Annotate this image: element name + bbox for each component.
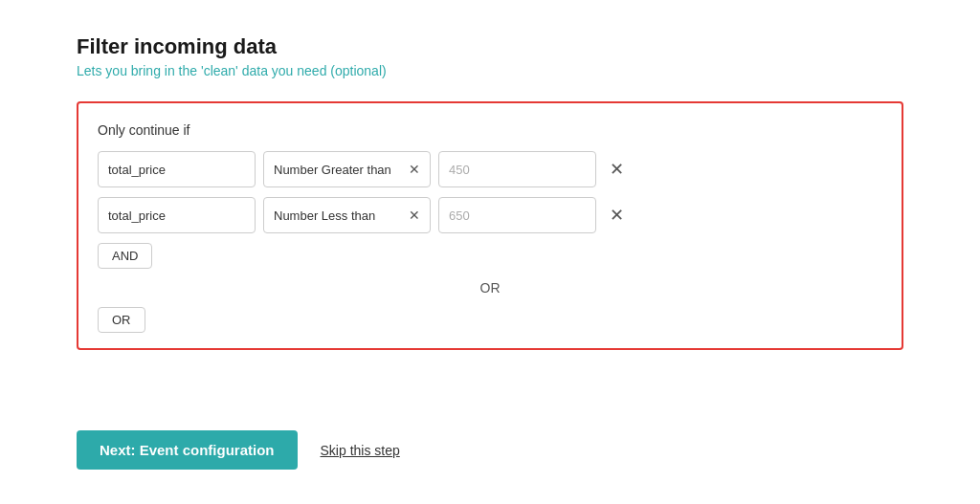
- condition-select-2-text: Number Less than: [274, 208, 405, 223]
- and-button[interactable]: AND: [98, 243, 152, 269]
- filter-row-2: Number Less than ✕ ✕: [98, 197, 882, 233]
- filter-box: Only continue if Number Greater than ✕ ✕…: [77, 101, 903, 350]
- skip-button[interactable]: Skip this step: [321, 443, 400, 458]
- or-separator: OR: [98, 280, 882, 296]
- condition-select-1[interactable]: Number Greater than ✕: [263, 151, 431, 187]
- condition-clear-1-icon[interactable]: ✕: [409, 162, 420, 177]
- filter-box-label: Only continue if: [98, 122, 882, 138]
- condition-select-1-text: Number Greater than: [274, 163, 405, 177]
- page-subtitle: Lets you bring in the 'clean' data you n…: [77, 63, 903, 78]
- next-button[interactable]: Next: Event configuration: [77, 430, 298, 470]
- footer-row: Next: Event configuration Skip this step: [77, 423, 903, 470]
- filter-row-1: Number Greater than ✕ ✕: [98, 151, 882, 187]
- field-input-1[interactable]: [98, 151, 256, 187]
- condition-select-2[interactable]: Number Less than ✕: [263, 197, 431, 233]
- value-input-1[interactable]: [438, 151, 596, 187]
- condition-clear-2-icon[interactable]: ✕: [409, 208, 420, 223]
- value-input-2[interactable]: [438, 197, 596, 233]
- remove-row-2-button[interactable]: ✕: [604, 205, 630, 226]
- or-btn-row: OR: [98, 307, 882, 333]
- and-row: AND: [98, 243, 882, 269]
- page-container: Filter incoming data Lets you bring in t…: [0, 0, 980, 504]
- or-button[interactable]: OR: [98, 307, 145, 333]
- page-title: Filter incoming data: [77, 34, 903, 59]
- field-input-2[interactable]: [98, 197, 256, 233]
- remove-row-1-button[interactable]: ✕: [604, 159, 630, 180]
